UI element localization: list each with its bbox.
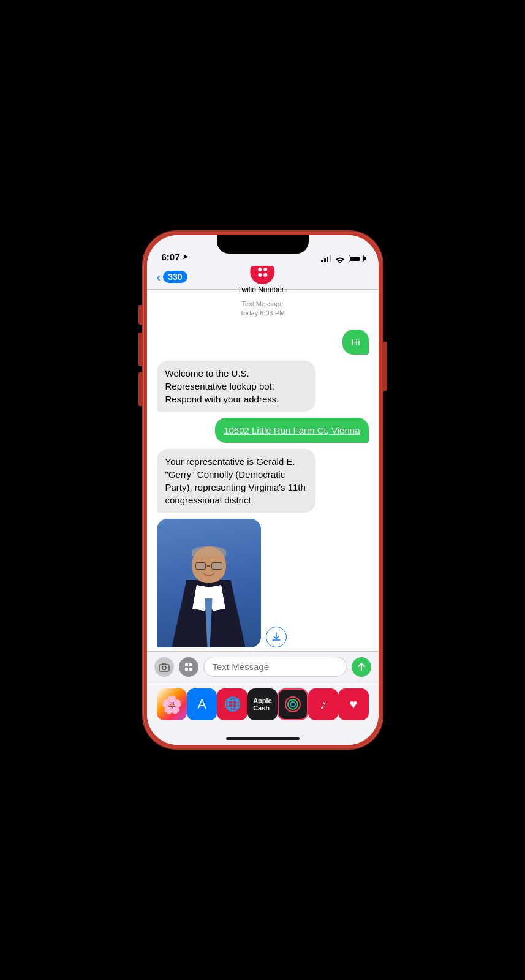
side-button-power[interactable] bbox=[383, 342, 387, 391]
dock-app-appstore[interactable]: A bbox=[187, 688, 217, 720]
svg-point-1 bbox=[162, 666, 166, 669]
home-bar bbox=[226, 737, 300, 740]
message-row-address: 10602 Little Run Farm Ct, Vienna bbox=[157, 418, 369, 443]
dock-app-apple-cash[interactable]: AppleCash bbox=[247, 688, 278, 720]
location-arrow-icon: ➤ bbox=[183, 253, 188, 261]
dock-app-fitness[interactable] bbox=[278, 688, 308, 720]
svg-rect-0 bbox=[159, 665, 169, 671]
message-timestamp: Text Message Today 6:03 PM bbox=[157, 300, 369, 318]
rep-image-bubble bbox=[157, 519, 261, 647]
download-image-button[interactable] bbox=[266, 627, 287, 647]
dock-app-heart[interactable]: ♥ bbox=[338, 688, 368, 720]
bubble-address: 10602 Little Run Farm Ct, Vienna bbox=[215, 418, 368, 443]
back-chevron-icon: ‹ bbox=[157, 271, 161, 283]
svg-point-8 bbox=[290, 702, 295, 707]
rep-portrait bbox=[157, 519, 261, 647]
bubble-welcome: Welcome to the U.S. Representative looku… bbox=[157, 361, 316, 412]
phone-screen: 6:07 ➤ bbox=[147, 235, 379, 745]
svg-rect-5 bbox=[189, 668, 192, 671]
face-shape bbox=[192, 546, 226, 583]
signal-icon bbox=[321, 255, 331, 262]
lens-right bbox=[211, 562, 222, 570]
bubble-rep-info: Your representative is Gerald E. "Gerry"… bbox=[157, 449, 316, 513]
message-row-hi: Hi bbox=[157, 330, 369, 355]
nav-bar: ‹ 330 Twilio Number › bbox=[147, 266, 379, 290]
heart-icon: ♥ bbox=[349, 696, 357, 712]
browser-icon: 🌐 bbox=[224, 696, 241, 712]
message-input[interactable] bbox=[203, 657, 347, 677]
camera-button[interactable] bbox=[154, 657, 174, 677]
side-button-volume-down[interactable] bbox=[138, 372, 142, 406]
messages-area[interactable]: Text Message Today 6:03 PM Hi Welcome to… bbox=[147, 290, 379, 651]
wifi-icon bbox=[335, 255, 345, 262]
time-display: 6:07 bbox=[162, 252, 180, 262]
music-icon: ♪ bbox=[320, 696, 327, 712]
address-text: 10602 Little Run Farm Ct, Vienna bbox=[224, 425, 360, 435]
send-button[interactable] bbox=[352, 657, 371, 677]
appstore-icon: A bbox=[197, 696, 206, 712]
dock-app-browser[interactable]: 🌐 bbox=[217, 688, 247, 720]
apple-cash-icon: AppleCash bbox=[253, 697, 272, 712]
message-row-image bbox=[157, 519, 369, 647]
svg-rect-3 bbox=[189, 663, 192, 666]
nav-title[interactable]: Twilio Number › bbox=[238, 285, 287, 294]
back-button[interactable]: ‹ 330 bbox=[157, 271, 187, 283]
contact-name: Twilio Number bbox=[238, 285, 284, 294]
dock-app-photos[interactable]: 🌸 bbox=[157, 688, 187, 720]
svg-point-7 bbox=[288, 699, 298, 709]
nav-chevron-icon: › bbox=[285, 287, 287, 293]
battery-icon bbox=[349, 255, 364, 262]
hair-shape bbox=[192, 546, 226, 556]
app-dock: 🌸 A 🌐 AppleCash ♪ ♥ bbox=[147, 682, 379, 733]
photos-icon: 🌸 bbox=[161, 695, 183, 715]
message-row-welcome: Welcome to the U.S. Representative looku… bbox=[157, 361, 369, 412]
lens-left bbox=[195, 562, 206, 570]
head-shape bbox=[192, 546, 226, 583]
status-icons bbox=[321, 255, 364, 262]
svg-rect-2 bbox=[185, 663, 188, 666]
bubble-hi[interactable]: Hi bbox=[342, 330, 368, 355]
message-row-rep-info: Your representative is Gerald E. "Gerry"… bbox=[157, 449, 369, 513]
timestamp-label-type: Text Message bbox=[157, 300, 369, 309]
status-time: 6:07 ➤ bbox=[162, 252, 188, 262]
smile-shape bbox=[203, 571, 215, 576]
back-count-badge[interactable]: 330 bbox=[163, 271, 187, 283]
phone-frame: 6:07 ➤ bbox=[143, 232, 382, 748]
timestamp-label-time: Today 6:03 PM bbox=[157, 309, 369, 318]
side-button-volume-up[interactable] bbox=[138, 333, 142, 366]
glasses-bridge bbox=[207, 565, 211, 567]
side-button-mute[interactable] bbox=[138, 305, 142, 325]
home-indicator bbox=[147, 733, 379, 745]
apps-button[interactable] bbox=[179, 657, 198, 677]
glasses-shape bbox=[195, 562, 222, 570]
notch bbox=[217, 235, 309, 254]
dock-app-music[interactable]: ♪ bbox=[308, 688, 338, 720]
input-bar bbox=[147, 651, 379, 682]
svg-rect-4 bbox=[185, 668, 188, 671]
